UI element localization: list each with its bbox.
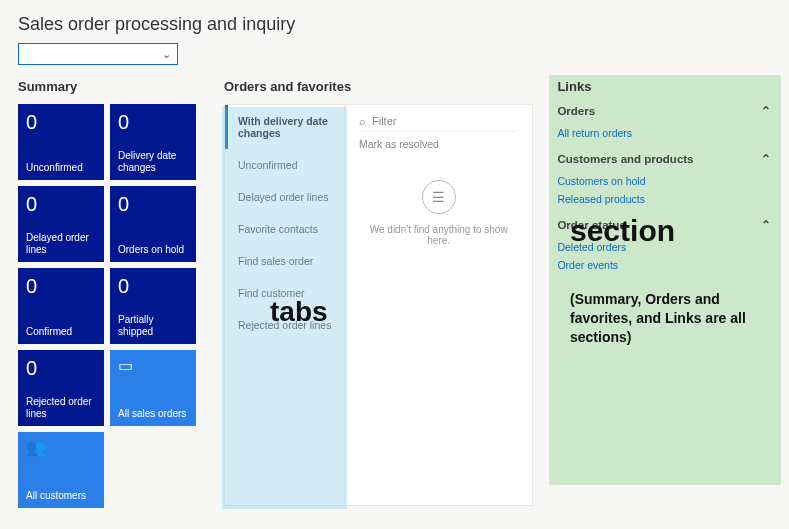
link-item-1-0[interactable]: Customers on hold: [557, 172, 771, 190]
tile-label: Confirmed: [26, 326, 96, 338]
link-item-2-1[interactable]: Order events: [557, 256, 771, 274]
links-group-header-0[interactable]: Orders⌃: [557, 104, 771, 118]
summary-tile-0[interactable]: 0Unconfirmed: [18, 104, 104, 180]
summary-tile-8[interactable]: 👥All customers: [18, 432, 104, 508]
workspace-dropdown[interactable]: ⌄: [18, 43, 178, 65]
orders-tabs: With delivery date changesUnconfirmedDel…: [225, 105, 345, 505]
tile-count: 0: [26, 356, 96, 380]
chevron-down-icon: ⌄: [162, 48, 171, 61]
tile-count: 0: [26, 110, 96, 134]
summary-tile-6[interactable]: 0Rejected order lines: [18, 350, 104, 426]
tile-label: Unconfirmed: [26, 162, 96, 174]
tile-label: All sales orders: [118, 408, 188, 420]
orders-section: Orders and favorites With delivery date …: [224, 79, 533, 508]
summary-tile-3[interactable]: 0Orders on hold: [110, 186, 196, 262]
tile-label: All customers: [26, 490, 96, 502]
orders-tab-content: ⌕ Filter Mark as resolved ☰ We didn't fi…: [345, 105, 532, 505]
orders-filter-input[interactable]: ⌕ Filter: [359, 115, 518, 132]
chevron-up-icon: ⌃: [761, 104, 771, 118]
links-heading: Links: [557, 79, 771, 94]
tile-label: Rejected order lines: [26, 396, 96, 420]
orders-tab-2[interactable]: Delayed order lines: [225, 181, 344, 213]
summary-tile-1[interactable]: 0Delivery date changes: [110, 104, 196, 180]
tile-label: Orders on hold: [118, 244, 188, 256]
orders-tab-5[interactable]: Find customer: [225, 277, 344, 309]
mark-resolved-button[interactable]: Mark as resolved: [359, 138, 518, 150]
links-group-title: Orders: [557, 105, 595, 117]
tile-count: 0: [118, 274, 188, 298]
tile-count: 0: [26, 192, 96, 216]
orders-tab-6[interactable]: Rejected order lines: [225, 309, 344, 341]
orders-tab-3[interactable]: Favorite contacts: [225, 213, 344, 245]
tile-count: 0: [118, 110, 188, 134]
links-group-title: Order status: [557, 219, 625, 231]
tile-count: 0: [26, 274, 96, 298]
tile-icon: 👥: [26, 438, 96, 457]
links-section: Links Orders⌃All return ordersCustomers …: [557, 79, 771, 508]
summary-tile-7[interactable]: ▭All sales orders: [110, 350, 196, 426]
links-group-title: Customers and products: [557, 153, 693, 165]
orders-empty-state: ☰ We didn't find anything to show here.: [359, 180, 518, 246]
tile-count: 0: [118, 192, 188, 216]
tile-icon: ▭: [118, 356, 188, 375]
tile-label: Partially shipped: [118, 314, 188, 338]
summary-tile-4[interactable]: 0Confirmed: [18, 268, 104, 344]
summary-tile-2[interactable]: 0Delayed order lines: [18, 186, 104, 262]
orders-empty-text: We didn't find anything to show here.: [359, 224, 518, 246]
links-group-0: Orders⌃All return orders: [557, 104, 771, 142]
link-item-1-1[interactable]: Released products: [557, 190, 771, 208]
links-group-header-2[interactable]: Order status⌃: [557, 218, 771, 232]
chevron-up-icon: ⌃: [761, 152, 771, 166]
chevron-up-icon: ⌃: [761, 218, 771, 232]
links-group-2: Order status⌃Deleted ordersOrder events: [557, 218, 771, 274]
orders-tab-4[interactable]: Find sales order: [225, 245, 344, 277]
orders-tab-0[interactable]: With delivery date changes: [225, 105, 344, 149]
orders-filter-placeholder: Filter: [372, 115, 396, 127]
empty-icon: ☰: [422, 180, 456, 214]
summary-tile-5[interactable]: 0Partially shipped: [110, 268, 196, 344]
link-item-2-0[interactable]: Deleted orders: [557, 238, 771, 256]
page-title: Sales order processing and inquiry: [18, 14, 771, 35]
links-group-1: Customers and products⌃Customers on hold…: [557, 152, 771, 208]
summary-heading: Summary: [18, 79, 200, 94]
orders-heading: Orders and favorites: [224, 79, 533, 94]
summary-section: Summary 0Unconfirmed0Delivery date chang…: [18, 79, 200, 508]
tile-label: Delivery date changes: [118, 150, 188, 174]
tile-label: Delayed order lines: [26, 232, 96, 256]
link-item-0-0[interactable]: All return orders: [557, 124, 771, 142]
search-icon: ⌕: [359, 115, 366, 127]
orders-tab-1[interactable]: Unconfirmed: [225, 149, 344, 181]
links-group-header-1[interactable]: Customers and products⌃: [557, 152, 771, 166]
